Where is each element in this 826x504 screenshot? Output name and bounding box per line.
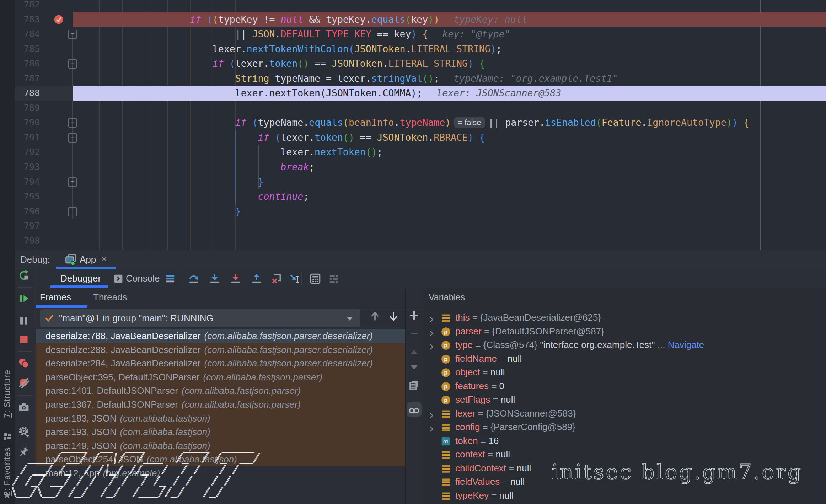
debugger-toolbar: Debugger Console — [36, 269, 826, 288]
stack-frame-row[interactable]: deserialze:788, JavaBeanDeserializer(com… — [36, 329, 405, 343]
next-frame-button[interactable] — [387, 310, 399, 322]
code-line[interactable]: 797 — [15, 219, 826, 234]
tab-console[interactable]: Console — [126, 269, 160, 288]
step-out-icon[interactable] — [251, 273, 263, 285]
fold-marker-down[interactable]: − — [68, 118, 77, 128]
duplicate-icon[interactable] — [408, 379, 420, 391]
stack-frame-row[interactable]: deserialze:284, JavaBeanDeserializer(com… — [36, 356, 405, 370]
code-text: break; — [76, 160, 826, 175]
chevron-right-icon[interactable] — [428, 313, 435, 321]
view-breakpoints-icon[interactable] — [18, 357, 30, 369]
sidebar-item-structure[interactable]: 7: Structure — [2, 370, 12, 418]
variable-row[interactable]: this = {JavaBeanDeserializer@625} — [423, 311, 826, 325]
settings-icon[interactable] — [18, 425, 30, 438]
pause-icon[interactable] — [18, 315, 30, 327]
chevron-right-icon[interactable] — [428, 341, 435, 349]
fold-marker-down[interactable]: − — [68, 30, 77, 39]
code-line[interactable]: 786− if (lexer.token() == JSONToken.LITE… — [15, 56, 826, 71]
add-watch-icon[interactable] — [408, 309, 420, 321]
step-into-icon[interactable] — [209, 273, 221, 285]
code-line[interactable]: 793 break; — [15, 160, 826, 175]
chevron-right-icon[interactable] — [428, 327, 435, 335]
stack-frame-row[interactable]: deserialze:288, JavaBeanDeserializer(com… — [36, 343, 405, 357]
variable-row[interactable]: pparser = {DefaultJSONParser@587} — [423, 325, 826, 338]
tab-app[interactable]: App — [80, 250, 96, 269]
variable-row[interactable]: 01token = 16 — [423, 434, 826, 448]
variable-row[interactable]: config = {ParserConfig@589} — [423, 420, 826, 434]
variable-row[interactable]: pfieldName = null — [423, 352, 826, 366]
code-text: if (typeName.equals(beanInfo.typeName)= … — [76, 115, 826, 130]
variable-row[interactable]: ptype = {Class@574} "interface org.examp… — [423, 338, 826, 352]
code-editor[interactable]: 782783 if ((typeKey != null && typeKey.e… — [15, 0, 826, 251]
code-line[interactable]: 788 lexer.nextToken(JSONToken.COMMA);lex… — [15, 86, 826, 101]
move-down-icon[interactable] — [408, 361, 420, 373]
close-icon[interactable]: × — [101, 250, 107, 268]
variable-row[interactable]: context = null — [423, 447, 826, 461]
fold-marker-down[interactable]: − — [68, 59, 77, 69]
stop-icon[interactable] — [18, 333, 30, 345]
previous-frame-button[interactable] — [369, 310, 381, 322]
svg-text:p: p — [444, 356, 447, 363]
code-line[interactable]: 783 if ((typeKey != null && typeKey.equa… — [15, 12, 826, 27]
view-options-icon[interactable] — [164, 273, 176, 285]
resume-icon[interactable] — [18, 293, 30, 305]
mute-breakpoints-icon[interactable] — [18, 376, 30, 388]
variable-row[interactable]: psetFlags = null — [423, 393, 826, 407]
navigate-link[interactable]: Navigate — [665, 339, 704, 350]
thread-dump-icon[interactable] — [18, 401, 30, 413]
breakpoint-icon[interactable] — [53, 14, 64, 25]
code-text: } — [76, 175, 826, 189]
layout-settings-icon[interactable] — [328, 273, 340, 285]
rerun-icon[interactable] — [18, 269, 30, 282]
step-over-icon[interactable] — [188, 273, 200, 285]
debugger-inline-hint: lexer: JSONScanner@583 — [436, 87, 561, 98]
tool-window-stripe: 7: Structure 2: Favorites ★ — [0, 0, 15, 504]
variable-row[interactable]: pobject = null — [423, 365, 826, 379]
debug-header: Debug: App × — [15, 250, 826, 269]
stack-frame-row[interactable]: parse:183, JSON(com.alibaba.fastjson) — [36, 412, 405, 425]
stack-frame-row[interactable]: parse:1401, DefaultJSONParser(com.alibab… — [36, 384, 405, 398]
fold-marker-down[interactable]: − — [68, 133, 77, 143]
code-line[interactable]: 787 String typeName = lexer.stringVal();… — [15, 71, 826, 86]
force-step-into-icon[interactable] — [230, 273, 242, 285]
code-line[interactable]: 789 — [15, 101, 826, 116]
chevron-right-icon[interactable] — [428, 409, 435, 417]
tab-frames[interactable]: Frames — [40, 288, 71, 307]
show-watches-icon[interactable] — [408, 403, 420, 415]
code-line[interactable]: 784− || JSON.DEFAULT_TYPE_KEY == key) {k… — [15, 27, 826, 42]
code-line[interactable]: 796− } — [15, 204, 826, 219]
variable-row[interactable]: pfeatures = 0 — [423, 379, 826, 393]
line-number: 798 — [15, 234, 40, 248]
variable-row[interactable]: typeKey = null — [423, 489, 826, 503]
stack-frame-row[interactable]: parse:1367, DefaultJSONParser(com.alibab… — [36, 398, 405, 412]
code-line[interactable]: 790− if (typeName.equals(beanInfo.typeNa… — [15, 115, 826, 130]
thread-selector[interactable]: "main"@1 in group "main": RUNNING — [40, 309, 360, 327]
tab-threads[interactable]: Threads — [93, 288, 127, 307]
stack-frame-row[interactable]: parseObject:395, DefaultJSONParser(com.a… — [36, 370, 405, 384]
stack-frame-row[interactable]: parse:193, JSON(com.alibaba.fastjson) — [36, 425, 405, 439]
svg-text:p: p — [444, 342, 447, 349]
run-to-cursor-icon[interactable] — [289, 273, 301, 285]
drop-frame-icon[interactable] — [271, 273, 283, 285]
chevron-right-icon[interactable] — [428, 423, 435, 431]
code-line[interactable]: 798 — [15, 234, 826, 248]
field-icon — [441, 450, 451, 459]
fold-marker-up[interactable]: − — [68, 207, 77, 216]
watermark-ascii-art: ____ __ ___ ____ _____ ____/ __/ / |/ /_… — [4, 441, 262, 498]
remove-watch-icon[interactable] — [408, 327, 420, 339]
line-number: 783 — [15, 12, 40, 27]
code-line[interactable]: 782 — [15, 0, 826, 12]
code-line[interactable]: 792 lexer.nextToken(); — [15, 145, 826, 160]
move-up-icon[interactable] — [408, 347, 420, 359]
evaluate-expression-icon[interactable] — [309, 273, 321, 285]
line-number: 791 — [15, 130, 40, 145]
ide-window: 7: Structure 2: Favorites ★ 782783 if ((… — [0, 0, 826, 504]
variable-row[interactable]: lexer = {JSONScanner@583} — [423, 407, 826, 420]
code-line[interactable]: 795 continue; — [15, 189, 826, 204]
debugger-inline-hint: key: "@type" — [442, 28, 510, 39]
code-line[interactable]: 794− } — [15, 175, 826, 189]
code-line[interactable]: 791− if (lexer.token() == JSONToken.RBRA… — [15, 130, 826, 145]
line-number: 789 — [15, 101, 40, 116]
fold-marker-up[interactable]: − — [68, 177, 77, 187]
code-line[interactable]: 785 lexer.nextTokenWithColon(JSONToken.L… — [15, 42, 826, 57]
